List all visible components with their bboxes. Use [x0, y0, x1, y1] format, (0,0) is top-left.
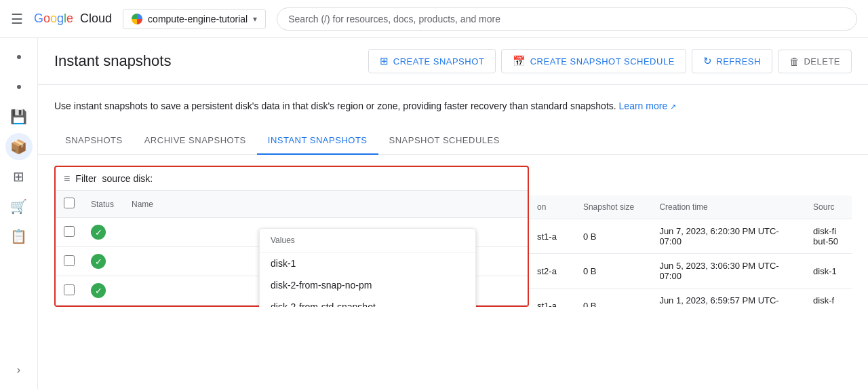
sidebar-item-cart[interactable]: 🛒 — [5, 193, 33, 220]
creation-time-header-label: Creation time — [659, 202, 707, 212]
search-placeholder: Search (/) for resources, docs, products… — [288, 14, 500, 24]
page-header: Instant snapshots ⊞ CREATE SNAPSHOT 📅 CR… — [38, 38, 868, 85]
row1-checkbox-cell — [56, 218, 83, 247]
docs-icon: 📋 — [10, 228, 27, 244]
row2-checkbox-cell — [56, 247, 83, 276]
sidebar-collapse-btn[interactable]: › — [5, 356, 33, 384]
header-location: on — [529, 196, 575, 219]
row1-location: st1-a — [529, 219, 575, 254]
chevron-down-icon: ▾ — [253, 14, 257, 24]
row2-size-text: 0 B — [583, 266, 597, 276]
dropdown-item-disk2-std[interactable]: disk-2-from-std-snapshot — [260, 296, 475, 307]
row1-checkbox[interactable] — [64, 226, 75, 237]
sidebar-item-menu[interactable] — [5, 43, 33, 71]
row3-creation: Jun 1, 2023, 6:59:57 PM UTC-07:00 — [651, 289, 805, 308]
row1-creation: Jun 7, 2023, 6:20:30 PM UTC-07:00 — [651, 219, 805, 254]
row3-creation-text: Jun 1, 2023, 6:59:57 PM UTC-07:00 — [659, 295, 778, 307]
row2-status: ✓ — [83, 247, 123, 276]
row2-creation-text: Jun 5, 2023, 3:06:30 PM UTC-07:00 — [659, 261, 778, 281]
sidebar-item-storage[interactable]: 💾 — [5, 103, 33, 130]
top-nav: ☰ Google Cloud compute-engine-tutorial ▾… — [0, 0, 868, 38]
row2-creation: Jun 5, 2023, 3:06:30 PM UTC-07:00 — [651, 254, 805, 289]
tab-schedules-label: SNAPSHOT SCHEDULES — [389, 135, 500, 145]
row3-source-text: disk-fbut-50 — [813, 295, 838, 307]
tab-snapshot-schedules[interactable]: SNAPSHOT SCHEDULES — [378, 127, 511, 155]
header-status: Status — [83, 191, 123, 218]
dropdown-item-disk2-no-pm[interactable]: disk-2-from-snap-no-pm — [260, 274, 475, 296]
row1-source-text: disk-fibut-50 — [813, 226, 838, 246]
create-snapshot-btn[interactable]: ⊞ CREATE SNAPSHOT — [368, 49, 496, 73]
tab-instant-snapshots[interactable]: INSTANT SNAPSHOTS — [257, 127, 378, 155]
table-header-row: Status Name — [56, 191, 528, 218]
status-ok-icon-3: ✓ — [91, 283, 106, 298]
cart-icon: 🛒 — [10, 198, 27, 215]
row3-checkbox[interactable] — [64, 284, 75, 295]
tab-snapshots-label: SNAPSHOTS — [65, 135, 123, 145]
row2-checkbox[interactable] — [64, 255, 75, 266]
create-snapshot-schedule-btn[interactable]: 📅 CREATE SNAPSHOT SCHEDULE — [501, 49, 686, 73]
dropdown-header: Values — [260, 229, 475, 253]
filter-bar: ≡ Filter — [56, 167, 528, 191]
header-snapshot-size: Snapshot size — [575, 196, 651, 219]
source-disk-header-label: Sourc — [813, 202, 834, 212]
project-selector[interactable]: compute-engine-tutorial ▾ — [123, 9, 266, 29]
search-bar[interactable]: Search (/) for resources, docs, products… — [277, 7, 857, 31]
external-link-icon: ↗ — [670, 103, 676, 111]
sidebar-item-home[interactable] — [5, 73, 33, 100]
header-checkbox-cell — [56, 191, 83, 218]
filter-funnel-icon: ≡ — [64, 172, 70, 185]
row3-checkbox-cell — [56, 276, 83, 305]
tab-instant-label: INSTANT SNAPSHOTS — [268, 135, 368, 145]
page-title: Instant snapshots — [54, 52, 171, 70]
refresh-btn[interactable]: ↻ REFRESH — [692, 49, 772, 73]
row1-location-text: st1-a — [537, 231, 557, 242]
ext-table-row: st2-a 0 B Jun 5, 2023, 3:06:30 PM UTC-07… — [529, 254, 852, 289]
google-cloud-logo: Google Cloud — [34, 12, 112, 26]
dropdown-menu: Values disk-1 disk-2-from-snap-no-pm dis… — [259, 228, 476, 307]
row3-location-text: st1-a — [537, 301, 557, 308]
row1-source: disk-fibut-50 — [805, 219, 852, 254]
storage-icon: 💾 — [10, 109, 27, 125]
learn-more-label: Learn more — [619, 100, 668, 111]
row3-source: disk-fbut-50 — [805, 289, 852, 308]
dropdown-item-disk1[interactable]: disk-1 — [260, 253, 475, 274]
select-all-checkbox[interactable] — [64, 198, 75, 208]
tab-archive-snapshots[interactable]: ARCHIVE SNAPSHOTS — [134, 127, 257, 155]
row3-size: 0 B — [575, 289, 651, 308]
delete-btn[interactable]: 🗑 DELETE — [778, 50, 852, 73]
sidebar-item-snapshots[interactable]: 📦 — [5, 133, 33, 160]
row3-size-text: 0 B — [583, 301, 597, 308]
row2-source-text: disk-1 — [813, 266, 837, 276]
dot-icon — [17, 55, 21, 59]
row2-location-text: st2-a — [537, 266, 557, 276]
hamburger-icon[interactable]: ☰ — [11, 11, 23, 27]
location-header-label: on — [537, 202, 546, 212]
dot-icon-2 — [17, 85, 21, 89]
main-content: Instant snapshots ⊞ CREATE SNAPSHOT 📅 CR… — [38, 38, 868, 389]
row2-size: 0 B — [575, 254, 651, 289]
ext-table-row: st1-a 0 B Jun 7, 2023, 6:20:30 PM UTC-07… — [529, 219, 852, 254]
header-actions: ⊞ CREATE SNAPSHOT 📅 CREATE SNAPSHOT SCHE… — [368, 49, 852, 73]
create-schedule-label: CREATE SNAPSHOT SCHEDULE — [530, 56, 675, 67]
learn-more-link[interactable]: Learn more ↗ — [619, 100, 676, 111]
row1-creation-text: Jun 7, 2023, 6:20:30 PM UTC-07:00 — [659, 226, 778, 246]
row3-status: ✓ — [83, 276, 123, 305]
cloud-text: Cloud — [80, 12, 112, 26]
extended-table: on Snapshot size Creation time Sourc — [529, 196, 852, 307]
tabs-bar: SNAPSHOTS ARCHIVE SNAPSHOTS INSTANT SNAP… — [38, 127, 868, 155]
row1-status: ✓ — [83, 218, 123, 247]
description-text: Use instant snapshots to save a persiste… — [54, 100, 616, 111]
ext-table-row: st1-a 0 B Jun 1, 2023, 6:59:57 PM UTC-07… — [529, 289, 852, 308]
app-layout: 💾 📦 ⊞ 🛒 📋 › Instant snapshots ⊞ CREATE S… — [0, 38, 868, 389]
refresh-label: REFRESH — [716, 56, 761, 67]
sidebar-item-grid[interactable]: ⊞ — [5, 163, 33, 190]
sidebar: 💾 📦 ⊞ 🛒 📋 › — [0, 38, 38, 389]
filter-input[interactable] — [102, 173, 519, 184]
status-header-label: Status — [91, 200, 114, 209]
refresh-icon: ↻ — [703, 55, 713, 67]
header-creation-time: Creation time — [651, 196, 805, 219]
sidebar-item-docs[interactable]: 📋 — [5, 223, 33, 250]
create-snapshot-icon: ⊞ — [380, 55, 389, 67]
status-ok-icon-2: ✓ — [91, 254, 106, 269]
tab-snapshots[interactable]: SNAPSHOTS — [54, 127, 134, 155]
